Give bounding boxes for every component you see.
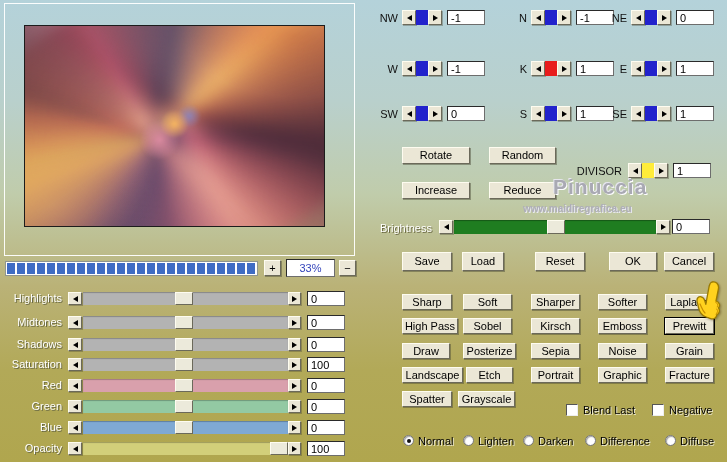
matrix-value-field[interactable] [676, 10, 714, 25]
filter-button-spatter[interactable]: Spatter [402, 391, 452, 407]
slider-thumb[interactable] [175, 400, 193, 413]
filter-button-noise[interactable]: Noise [598, 343, 647, 359]
arrow-left-icon[interactable] [439, 220, 453, 234]
arrow-left-icon[interactable] [68, 442, 82, 455]
arrow-right-icon[interactable] [288, 316, 301, 329]
negative-checkbox[interactable] [652, 404, 664, 416]
spin-down-icon[interactable] [631, 61, 645, 76]
spin-up-icon[interactable] [428, 10, 442, 25]
slider-thumb[interactable] [175, 292, 193, 305]
brightness-thumb[interactable] [547, 220, 565, 234]
spin-up-icon[interactable] [428, 61, 442, 76]
filter-button-draw[interactable]: Draw [402, 343, 450, 359]
filter-button-sharper[interactable]: Sharper [531, 294, 580, 310]
spin-up-icon[interactable] [557, 61, 571, 76]
radio-darken[interactable]: Darken [523, 434, 573, 447]
brightness-value-field[interactable] [672, 219, 710, 234]
filter-button-sharp[interactable]: Sharp [402, 294, 452, 310]
arrow-right-icon[interactable] [288, 421, 301, 434]
slider-value-field[interactable] [307, 420, 345, 435]
matrix-value-field[interactable] [447, 61, 485, 76]
blend-last-checkbox[interactable] [566, 404, 578, 416]
filter-button-fracture[interactable]: Fracture [665, 367, 714, 383]
arrow-left-icon[interactable] [68, 358, 82, 371]
radio-lighten[interactable]: Lighten [463, 434, 514, 447]
arrow-right-icon[interactable] [288, 442, 301, 455]
slider-thumb[interactable] [175, 421, 193, 434]
arrow-left-icon[interactable] [68, 292, 82, 305]
slider-value-field[interactable] [307, 337, 345, 352]
filter-button-soft[interactable]: Soft [463, 294, 512, 310]
spin-up-icon[interactable] [657, 61, 671, 76]
save-button[interactable]: Save [402, 252, 452, 271]
spin-down-icon[interactable] [631, 10, 645, 25]
filter-button-kirsch[interactable]: Kirsch [531, 318, 580, 334]
filter-button-grayscale[interactable]: Grayscale [458, 391, 515, 407]
rotate-button[interactable]: Rotate [402, 147, 470, 164]
slider-thumb[interactable] [175, 379, 193, 392]
filter-button-emboss[interactable]: Emboss [598, 318, 647, 334]
radio-normal[interactable]: Normal [403, 434, 453, 447]
arrow-left-icon[interactable] [68, 316, 82, 329]
matrix-value-field[interactable] [676, 61, 714, 76]
slider-track[interactable] [83, 316, 288, 329]
slider-value-field[interactable] [307, 399, 345, 414]
radio-icon[interactable] [523, 435, 534, 446]
arrow-left-icon[interactable] [68, 400, 82, 413]
divisor-value-field[interactable] [673, 163, 711, 178]
arrow-left-icon[interactable] [68, 338, 82, 351]
spin-down-icon[interactable] [402, 61, 416, 76]
radio-icon[interactable] [585, 435, 596, 446]
filter-button-etch[interactable]: Etch [466, 367, 513, 383]
slider-thumb[interactable] [175, 358, 193, 371]
slider-value-field[interactable] [307, 315, 345, 330]
arrow-left-icon[interactable] [68, 379, 82, 392]
spin-down-icon[interactable] [402, 10, 416, 25]
slider-track[interactable] [83, 338, 288, 351]
filter-button-posterize[interactable]: Posterize [463, 343, 516, 359]
filter-button-portrait[interactable]: Portrait [531, 367, 580, 383]
slider-track[interactable] [83, 421, 288, 434]
spin-up-icon[interactable] [557, 106, 571, 121]
filter-button-landscape[interactable]: Landscape [402, 367, 463, 383]
brightness-track[interactable] [454, 220, 656, 234]
arrow-right-icon[interactable] [288, 292, 301, 305]
radio-difference[interactable]: Difference [585, 434, 650, 447]
matrix-value-field[interactable] [447, 10, 485, 25]
load-button[interactable]: Load [462, 252, 504, 271]
increase-button[interactable]: Increase [402, 182, 470, 199]
filter-button-softer[interactable]: Softer [598, 294, 647, 310]
ok-button[interactable]: OK [609, 252, 657, 271]
spin-down-icon[interactable] [402, 106, 416, 121]
slider-value-field[interactable] [307, 291, 345, 306]
arrow-right-icon[interactable] [288, 358, 301, 371]
spin-down-icon[interactable] [531, 61, 545, 76]
slider-value-field[interactable] [307, 357, 345, 372]
spin-up-icon[interactable] [557, 10, 571, 25]
filter-button-high-pass[interactable]: High Pass [402, 318, 458, 334]
slider-value-field[interactable] [307, 441, 345, 456]
reset-button[interactable]: Reset [535, 252, 585, 271]
matrix-value-field[interactable] [676, 106, 714, 121]
radio-icon[interactable] [463, 435, 474, 446]
radio-diffuse[interactable]: Diffuse [665, 434, 714, 447]
slider-thumb[interactable] [175, 338, 193, 351]
slider-track[interactable] [83, 400, 288, 413]
arrow-left-icon[interactable] [68, 421, 82, 434]
slider-track[interactable] [83, 379, 288, 392]
zoom-out-button[interactable]: − [339, 260, 356, 276]
slider-track[interactable] [83, 292, 288, 305]
zoom-in-button[interactable]: + [264, 260, 281, 276]
spin-up-icon[interactable] [657, 10, 671, 25]
cancel-button[interactable]: Cancel [664, 252, 714, 271]
arrow-right-icon[interactable] [288, 338, 301, 351]
preview-image[interactable] [24, 25, 325, 227]
arrow-right-icon[interactable] [288, 400, 301, 413]
filter-button-sobel[interactable]: Sobel [463, 318, 512, 334]
spin-down-icon[interactable] [531, 106, 545, 121]
radio-icon[interactable] [403, 435, 414, 446]
slider-thumb[interactable] [175, 316, 193, 329]
arrow-right-icon[interactable] [288, 379, 301, 392]
matrix-value-field[interactable] [447, 106, 485, 121]
arrow-right-icon[interactable] [656, 220, 670, 234]
